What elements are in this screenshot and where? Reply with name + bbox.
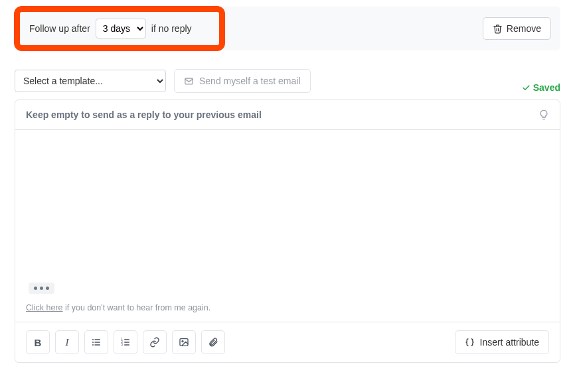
email-body[interactable]	[15, 130, 560, 294]
svg-point-6	[92, 344, 94, 346]
remove-label: Remove	[507, 23, 541, 34]
saved-status: Saved	[522, 82, 560, 93]
braces-icon	[465, 338, 475, 348]
unsubscribe-link[interactable]: Click here	[26, 303, 63, 312]
subject-input[interactable]	[26, 109, 532, 120]
insert-attribute-button[interactable]: Insert attribute	[455, 330, 550, 354]
followup-setting: Follow up after 3 days if no reply	[24, 16, 197, 41]
followup-after-label: if no reply	[151, 23, 192, 34]
unsubscribe-line: Click here if you don't want to hear fro…	[15, 294, 560, 322]
number-list-icon: 123	[120, 337, 131, 348]
followup-before-label: Follow up after	[29, 23, 90, 34]
template-row: Select a template... Send myself a test …	[15, 69, 560, 93]
saved-label: Saved	[533, 82, 560, 93]
insert-attribute-label: Insert attribute	[480, 337, 540, 348]
italic-icon: I	[66, 337, 69, 348]
svg-point-5	[92, 342, 94, 343]
template-select[interactable]: Select a template...	[15, 70, 166, 92]
image-button[interactable]	[172, 330, 196, 354]
bold-button[interactable]: B	[26, 330, 50, 354]
svg-point-4	[92, 339, 94, 340]
test-email-label: Send myself a test email	[199, 76, 301, 86]
trash-icon	[493, 24, 503, 34]
link-icon	[149, 337, 160, 348]
remove-button[interactable]: Remove	[483, 17, 551, 40]
subject-row	[15, 100, 560, 130]
unsubscribe-rest: if you don't want to hear from me again.	[63, 303, 211, 312]
followup-topbar: Follow up after 3 days if no reply Remov…	[15, 7, 560, 50]
italic-button[interactable]: I	[55, 330, 79, 354]
email-editor: Click here if you don't want to hear fro…	[15, 99, 560, 363]
attachment-button[interactable]	[201, 330, 225, 354]
send-test-email-button[interactable]: Send myself a test email	[174, 69, 311, 93]
link-button[interactable]	[143, 330, 167, 354]
paperclip-icon	[208, 337, 218, 348]
bullet-list-button[interactable]	[84, 330, 108, 354]
followup-days-select[interactable]: 3 days	[96, 19, 146, 38]
svg-point-14	[182, 341, 183, 342]
envelope-icon	[184, 76, 194, 86]
bullet-list-icon	[91, 337, 102, 348]
image-icon	[179, 337, 189, 348]
ellipsis-expand[interactable]	[29, 283, 54, 294]
editor-toolbar: B I 123 Insert attribute	[15, 322, 560, 362]
bold-icon: B	[35, 337, 42, 348]
bulb-icon[interactable]	[538, 109, 549, 120]
check-icon	[522, 84, 531, 92]
svg-text:3: 3	[121, 343, 123, 346]
number-list-button[interactable]: 123	[114, 330, 137, 354]
